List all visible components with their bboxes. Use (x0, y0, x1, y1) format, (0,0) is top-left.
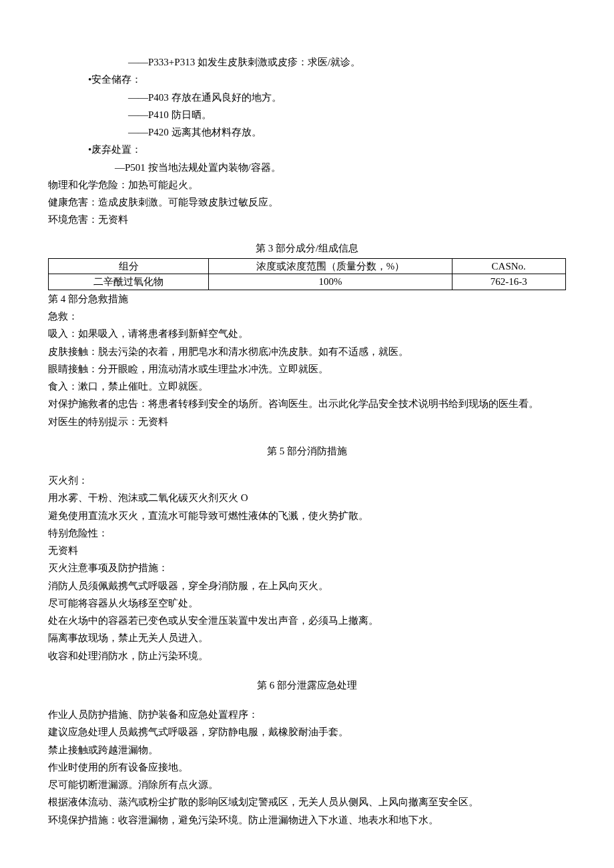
fire-note-5: 收容和处理消防水，防止污染环境。 (48, 647, 566, 665)
p501-line: —P501 按当地法规处置内装物/容器。 (48, 159, 566, 176)
composition-table: 组分 浓度或浓度范围（质量分数，%） CASNo. 二辛酰过氧化物 100% 7… (48, 258, 566, 290)
first-aid-doctor: 对医生的特别提示：无资料 (48, 413, 566, 430)
physchem-hazard: 物理和化学危险：加热可能起火。 (48, 176, 566, 193)
fire-note-4: 隔离事故现场，禁止无关人员进入。 (48, 629, 566, 646)
spill-line-4: 尽可能切断泄漏源。消除所有点火源。 (48, 776, 566, 793)
health-hazard: 健康危害：造成皮肤刺激。可能导致皮肤过敏反应。 (48, 193, 566, 211)
table-header-row: 组分 浓度或浓度范围（质量分数，%） CASNo. (49, 258, 566, 274)
fire-notes-header: 灭火注意事项及防护措施： (48, 559, 566, 576)
extinguisher-line: 用水雾、干粉、泡沫或二氧化碳灭火剂灭火 O (48, 489, 566, 506)
section-4-title: 第 4 部分急救措施 (48, 290, 566, 308)
disposal-header: •废弃处置： (48, 141, 566, 158)
extinguisher-header: 灭火剂： (48, 472, 566, 489)
spill-line-5: 根据液体流动、蒸汽或粉尘扩散的影响区域划定警戒区，无关人员从侧风、上风向撤离至安… (48, 793, 566, 811)
fire-note-3: 处在火场中的容器若已变色或从安全泄压装置中发出声音，必须马上撤离。 (48, 612, 566, 629)
spill-personnel-header: 作业人员防护措施、防护装备和应急处置程序： (48, 706, 566, 723)
section-6-title: 第 6 部分泄露应急处理 (48, 677, 566, 694)
env-hazard: 环境危害：无资料 (48, 211, 566, 228)
fire-note-1: 消防人员须佩戴携气式呼吸器，穿全身消防服，在上风向灭火。 (48, 577, 566, 594)
p420-line: ——P420 远离其他材料存放。 (48, 123, 566, 141)
th-component: 组分 (49, 258, 209, 274)
spill-line-2: 禁止接触或跨越泄漏物。 (48, 741, 566, 759)
extinguisher-avoid: 避免使用直流水灭火，直流水可能导致可燃性液体的飞溅，使火势扩散。 (48, 507, 566, 524)
first-aid-skin: 皮肤接触：脱去污染的衣着，用肥皂水和清水彻底冲洗皮肤。如有不适感，就医。 (48, 343, 566, 360)
first-aid-eyes: 眼睛接触：分开眼睑，用流动清水或生理盐水冲洗。立即就医。 (48, 360, 566, 378)
special-danger: 无资料 (48, 542, 566, 559)
td-component: 二辛酰过氧化物 (49, 274, 209, 290)
first-aid-inhale: 吸入：如果吸入，请将患者移到新鲜空气处。 (48, 325, 566, 342)
table-row: 二辛酰过氧化物 100% 762-16-3 (49, 274, 566, 290)
td-cas: 762-16-3 (452, 274, 566, 290)
p410-line: ——P410 防日晒。 (48, 106, 566, 123)
section-3-title: 第 3 部分成分/组成信息 (48, 240, 566, 257)
special-danger-header: 特别危险性： (48, 524, 566, 542)
first-aid-ingest: 食入：漱口，禁止催吐。立即就医。 (48, 378, 566, 395)
th-concentration: 浓度或浓度范围（质量分数，%） (209, 258, 452, 274)
p333-p313-line: ——P333+P313 如发生皮肤刺激或皮疹：求医/就诊。 (48, 53, 566, 71)
th-cas: CASNo. (452, 258, 566, 274)
first-aid-header: 急救： (48, 308, 566, 325)
spill-line-3: 作业时使用的所有设备应接地。 (48, 759, 566, 776)
storage-header: •安全储存： (48, 71, 566, 88)
spill-line-1: 建议应急处理人员戴携气式呼吸器，穿防静电服，戴橡胶耐油手套。 (48, 723, 566, 741)
spill-env: 环境保护措施：收容泄漏物，避免污染环境。防止泄漏物进入下水道、地表水和地下水。 (48, 811, 566, 829)
first-aid-rescuer: 对保护施救者的忠告：将患者转移到安全的场所。咨询医生。出示此化学品安全技术说明书… (48, 395, 566, 412)
p403-line: ——P403 存放在通风良好的地方。 (48, 89, 566, 106)
fire-note-2: 尽可能将容器从火场移至空旷处。 (48, 594, 566, 612)
section-5-title: 第 5 部分消防措施 (48, 442, 566, 460)
td-concentration: 100% (209, 274, 452, 290)
